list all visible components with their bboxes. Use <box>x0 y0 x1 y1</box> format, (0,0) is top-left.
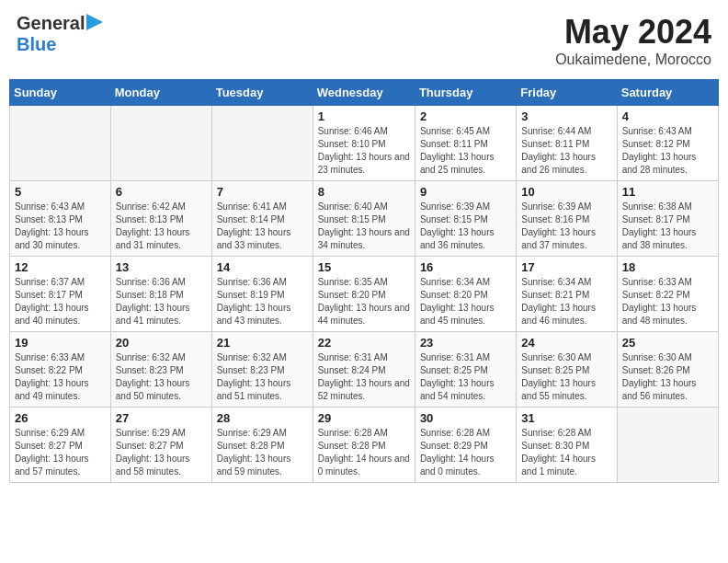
day-number: 25 <box>622 336 713 350</box>
day-info: Sunrise: 6:36 AM Sunset: 8:19 PM Dayligh… <box>217 276 308 327</box>
day-info: Sunrise: 6:45 AM Sunset: 8:11 PM Dayligh… <box>420 125 511 177</box>
calendar-cell: 16Sunrise: 6:34 AM Sunset: 8:20 PM Dayli… <box>415 257 516 332</box>
calendar-cell: 21Sunrise: 6:32 AM Sunset: 8:23 PM Dayli… <box>211 332 313 408</box>
day-info: Sunrise: 6:44 AM Sunset: 8:11 PM Dayligh… <box>521 125 611 177</box>
day-number: 4 <box>622 109 713 123</box>
day-info: Sunrise: 6:31 AM Sunset: 8:24 PM Dayligh… <box>318 351 410 403</box>
calendar-cell <box>10 106 111 181</box>
calendar-cell: 1Sunrise: 6:46 AM Sunset: 8:10 PM Daylig… <box>313 106 415 181</box>
day-info: Sunrise: 6:34 AM Sunset: 8:20 PM Dayligh… <box>420 276 511 327</box>
svg-marker-0 <box>86 14 103 30</box>
day-info: Sunrise: 6:39 AM Sunset: 8:16 PM Dayligh… <box>521 201 611 252</box>
day-number: 27 <box>116 411 207 425</box>
day-number: 28 <box>217 411 308 425</box>
day-header-saturday: Saturday <box>617 80 718 106</box>
day-info: Sunrise: 6:29 AM Sunset: 8:27 PM Dayligh… <box>15 427 106 478</box>
calendar-cell <box>211 106 313 181</box>
calendar-cell <box>617 408 718 483</box>
calendar-week-row: 19Sunrise: 6:33 AM Sunset: 8:22 PM Dayli… <box>10 332 719 408</box>
calendar-cell: 12Sunrise: 6:37 AM Sunset: 8:17 PM Dayli… <box>10 257 111 332</box>
day-number: 18 <box>622 260 713 274</box>
calendar-cell: 28Sunrise: 6:29 AM Sunset: 8:28 PM Dayli… <box>211 408 313 483</box>
day-info: Sunrise: 6:30 AM Sunset: 8:26 PM Dayligh… <box>622 351 713 403</box>
day-info: Sunrise: 6:43 AM Sunset: 8:13 PM Dayligh… <box>15 201 106 252</box>
calendar-cell: 4Sunrise: 6:43 AM Sunset: 8:12 PM Daylig… <box>617 106 718 181</box>
calendar-header-row: SundayMondayTuesdayWednesdayThursdayFrid… <box>10 80 719 106</box>
day-number: 5 <box>15 185 106 199</box>
day-header-sunday: Sunday <box>10 80 111 106</box>
day-number: 14 <box>217 260 308 274</box>
day-info: Sunrise: 6:33 AM Sunset: 8:22 PM Dayligh… <box>15 351 106 403</box>
day-number: 31 <box>521 411 611 425</box>
day-info: Sunrise: 6:28 AM Sunset: 8:28 PM Dayligh… <box>318 427 410 478</box>
day-number: 15 <box>318 260 410 274</box>
calendar-table: SundayMondayTuesdayWednesdayThursdayFrid… <box>9 79 719 483</box>
day-info: Sunrise: 6:40 AM Sunset: 8:15 PM Dayligh… <box>318 201 410 252</box>
calendar-cell: 2Sunrise: 6:45 AM Sunset: 8:11 PM Daylig… <box>415 106 516 181</box>
day-number: 6 <box>116 185 207 199</box>
day-number: 20 <box>116 336 207 350</box>
day-number: 16 <box>420 260 511 274</box>
calendar-week-row: 12Sunrise: 6:37 AM Sunset: 8:17 PM Dayli… <box>10 257 719 332</box>
day-number: 13 <box>116 260 207 274</box>
calendar-cell: 11Sunrise: 6:38 AM Sunset: 8:17 PM Dayli… <box>617 181 718 257</box>
calendar-week-row: 26Sunrise: 6:29 AM Sunset: 8:27 PM Dayli… <box>10 408 719 483</box>
day-info: Sunrise: 6:32 AM Sunset: 8:23 PM Dayligh… <box>217 351 308 403</box>
calendar-cell: 23Sunrise: 6:31 AM Sunset: 8:25 PM Dayli… <box>415 332 516 408</box>
calendar-cell: 10Sunrise: 6:39 AM Sunset: 8:16 PM Dayli… <box>517 181 617 257</box>
calendar-cell: 29Sunrise: 6:28 AM Sunset: 8:28 PM Dayli… <box>313 408 415 483</box>
day-number: 23 <box>420 336 511 350</box>
day-info: Sunrise: 6:28 AM Sunset: 8:29 PM Dayligh… <box>420 427 511 478</box>
day-number: 17 <box>521 260 611 274</box>
calendar-cell: 27Sunrise: 6:29 AM Sunset: 8:27 PM Dayli… <box>110 408 211 483</box>
day-info: Sunrise: 6:46 AM Sunset: 8:10 PM Dayligh… <box>318 125 410 177</box>
day-info: Sunrise: 6:33 AM Sunset: 8:22 PM Dayligh… <box>622 276 713 327</box>
calendar-cell: 18Sunrise: 6:33 AM Sunset: 8:22 PM Dayli… <box>617 257 718 332</box>
calendar-week-row: 5Sunrise: 6:43 AM Sunset: 8:13 PM Daylig… <box>10 181 719 257</box>
day-number: 12 <box>15 260 106 274</box>
day-number: 26 <box>15 411 106 425</box>
calendar-cell: 19Sunrise: 6:33 AM Sunset: 8:22 PM Dayli… <box>10 332 111 408</box>
calendar-cell: 31Sunrise: 6:28 AM Sunset: 8:30 PM Dayli… <box>517 408 617 483</box>
day-number: 21 <box>217 336 308 350</box>
day-info: Sunrise: 6:32 AM Sunset: 8:23 PM Dayligh… <box>116 351 207 403</box>
calendar-cell: 5Sunrise: 6:43 AM Sunset: 8:13 PM Daylig… <box>10 181 111 257</box>
calendar-cell: 3Sunrise: 6:44 AM Sunset: 8:11 PM Daylig… <box>517 106 617 181</box>
day-header-wednesday: Wednesday <box>313 80 415 106</box>
day-info: Sunrise: 6:38 AM Sunset: 8:17 PM Dayligh… <box>622 201 713 252</box>
calendar-cell: 15Sunrise: 6:35 AM Sunset: 8:20 PM Dayli… <box>313 257 415 332</box>
day-header-tuesday: Tuesday <box>211 80 313 106</box>
day-header-thursday: Thursday <box>415 80 516 106</box>
day-info: Sunrise: 6:37 AM Sunset: 8:17 PM Dayligh… <box>15 276 106 327</box>
day-number: 30 <box>420 411 511 425</box>
calendar-cell: 26Sunrise: 6:29 AM Sunset: 8:27 PM Dayli… <box>10 408 111 483</box>
calendar-cell: 25Sunrise: 6:30 AM Sunset: 8:26 PM Dayli… <box>617 332 718 408</box>
page-header: General Blue May 2024 Oukaimedene, Moroc… <box>9 9 719 72</box>
day-number: 11 <box>622 185 713 199</box>
day-number: 3 <box>521 109 611 123</box>
day-info: Sunrise: 6:39 AM Sunset: 8:15 PM Dayligh… <box>420 201 511 252</box>
day-number: 29 <box>318 411 410 425</box>
day-info: Sunrise: 6:29 AM Sunset: 8:28 PM Dayligh… <box>217 427 308 478</box>
calendar-cell: 6Sunrise: 6:42 AM Sunset: 8:13 PM Daylig… <box>110 181 211 257</box>
day-number: 2 <box>420 109 511 123</box>
logo-blue-text: Blue <box>17 34 56 54</box>
logo: General Blue <box>17 13 103 55</box>
logo-general-text: General <box>17 13 85 34</box>
calendar-cell: 13Sunrise: 6:36 AM Sunset: 8:18 PM Dayli… <box>110 257 211 332</box>
day-number: 9 <box>420 185 511 199</box>
day-number: 22 <box>318 336 410 350</box>
calendar-cell: 7Sunrise: 6:41 AM Sunset: 8:14 PM Daylig… <box>211 181 313 257</box>
calendar-cell: 14Sunrise: 6:36 AM Sunset: 8:19 PM Dayli… <box>211 257 313 332</box>
calendar-week-row: 1Sunrise: 6:46 AM Sunset: 8:10 PM Daylig… <box>10 106 719 181</box>
day-info: Sunrise: 6:36 AM Sunset: 8:18 PM Dayligh… <box>116 276 207 327</box>
day-number: 10 <box>521 185 611 199</box>
day-info: Sunrise: 6:29 AM Sunset: 8:27 PM Dayligh… <box>116 427 207 478</box>
calendar-cell: 30Sunrise: 6:28 AM Sunset: 8:29 PM Dayli… <box>415 408 516 483</box>
day-info: Sunrise: 6:30 AM Sunset: 8:25 PM Dayligh… <box>521 351 611 403</box>
calendar-cell: 8Sunrise: 6:40 AM Sunset: 8:15 PM Daylig… <box>313 181 415 257</box>
day-number: 8 <box>318 185 410 199</box>
day-info: Sunrise: 6:28 AM Sunset: 8:30 PM Dayligh… <box>521 427 611 478</box>
day-number: 24 <box>521 336 611 350</box>
month-title: May 2024 <box>555 13 711 52</box>
